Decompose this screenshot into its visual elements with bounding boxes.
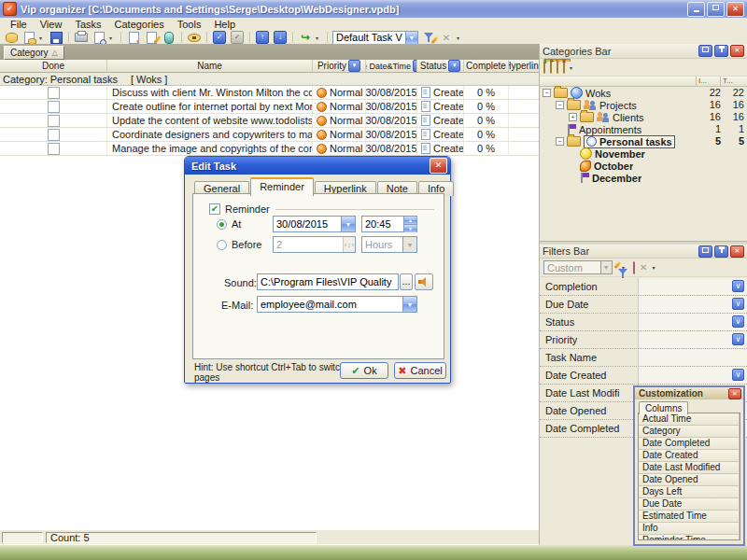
filter-value[interactable]: ∨ bbox=[639, 331, 747, 348]
menu-tasks[interactable]: Tasks bbox=[68, 18, 107, 31]
drag-task-icon[interactable] bbox=[162, 32, 176, 44]
column-chooser-item[interactable]: Reminder Time bbox=[639, 535, 740, 540]
task-view-combobox[interactable]: ▼ bbox=[332, 31, 418, 45]
filters-maximize-icon[interactable] bbox=[698, 245, 712, 258]
reminder-date-dropdown-icon[interactable]: ▼ bbox=[341, 217, 355, 231]
task-row[interactable]: Create outline for internet portal by ne… bbox=[0, 100, 539, 114]
done-checkbox[interactable] bbox=[48, 115, 60, 127]
task-row[interactable]: Manage the image and copyrights of the c… bbox=[0, 142, 539, 156]
tree-item-projects[interactable]: − Projects 16 16 bbox=[540, 99, 747, 111]
new-task-icon[interactable] bbox=[126, 32, 141, 44]
categories-pin-icon[interactable] bbox=[714, 45, 728, 57]
expand-icon[interactable]: + bbox=[569, 113, 577, 121]
database-icon[interactable] bbox=[4, 32, 19, 44]
menu-file[interactable]: File bbox=[4, 18, 34, 31]
categories-close-icon[interactable]: ✕ bbox=[730, 45, 744, 57]
sound-play-button[interactable] bbox=[415, 273, 433, 290]
export-dropdown-icon[interactable]: ▾ bbox=[316, 35, 322, 41]
tree-item-personal-tasks[interactable]: − Personal tasks 5 5 bbox=[540, 135, 747, 147]
column-chooser-item[interactable]: Due Date bbox=[639, 498, 740, 511]
categories-maximize-icon[interactable] bbox=[698, 45, 712, 57]
filter-value[interactable]: ∨ bbox=[639, 367, 747, 384]
tree-col-items[interactable]: I... bbox=[696, 77, 721, 86]
column-chooser-item[interactable]: Date Opened bbox=[639, 474, 740, 486]
status-filter-dropdown-icon[interactable]: ▾ bbox=[448, 60, 460, 72]
mark-complete-icon[interactable]: ✓ bbox=[212, 32, 227, 44]
print-dropdown-icon[interactable]: ▾ bbox=[109, 35, 116, 41]
restore-button[interactable] bbox=[707, 2, 725, 17]
toolbar-overflow-icon[interactable]: ▾ bbox=[457, 35, 463, 41]
filter-chevron-icon[interactable]: ∨ bbox=[732, 280, 744, 292]
tree-item-november[interactable]: November bbox=[540, 147, 747, 160]
column-chooser-item[interactable]: Date Completed bbox=[639, 438, 740, 450]
done-checkbox[interactable] bbox=[48, 143, 60, 155]
time-spinner-icons[interactable]: ▲▼ bbox=[403, 217, 416, 231]
column-chooser-item[interactable]: Estimated Time bbox=[639, 511, 740, 523]
done-checkbox[interactable] bbox=[48, 101, 60, 113]
column-chooser-item[interactable]: Actual Time bbox=[639, 413, 740, 426]
column-chooser-item[interactable]: Info bbox=[639, 523, 740, 535]
filter-chevron-icon[interactable]: ∨ bbox=[732, 333, 744, 345]
clear-filter-icon[interactable] bbox=[633, 262, 635, 273]
move-up-icon[interactable]: ↑ bbox=[255, 32, 270, 44]
reminder-date-combobox[interactable]: ▼ bbox=[273, 216, 356, 232]
filter-value[interactable]: ∨ bbox=[639, 278, 747, 295]
tab-reminder[interactable]: Reminder bbox=[250, 177, 314, 196]
filter-preset-combobox[interactable]: ▼ bbox=[543, 260, 613, 274]
print-icon[interactable] bbox=[74, 32, 89, 44]
filter-chevron-icon[interactable]: ∨ bbox=[732, 298, 744, 310]
menu-help[interactable]: Help bbox=[207, 18, 242, 31]
menu-tools[interactable]: Tools bbox=[171, 18, 208, 31]
at-radio[interactable] bbox=[217, 219, 227, 230]
task-row[interactable]: Update the content of website www.todoli… bbox=[0, 114, 539, 128]
print-preview-icon[interactable] bbox=[92, 32, 106, 44]
menu-categories[interactable]: Categories bbox=[108, 18, 171, 31]
close-button[interactable]: ✕ bbox=[726, 2, 744, 17]
tree-item-december[interactable]: December bbox=[540, 172, 747, 184]
column-header-done[interactable]: Done bbox=[0, 60, 107, 72]
filters-close-icon[interactable]: ✕ bbox=[730, 245, 744, 258]
collapse-icon[interactable]: − bbox=[543, 89, 551, 97]
reminder-date-input[interactable] bbox=[274, 217, 341, 231]
view-task-icon[interactable] bbox=[187, 32, 202, 44]
filters-overflow-icon[interactable]: ▾ bbox=[652, 264, 658, 271]
task-view-input[interactable] bbox=[333, 32, 405, 43]
categories-overflow-icon[interactable]: ▾ bbox=[570, 64, 576, 71]
email-dropdown-icon[interactable]: ▼ bbox=[402, 297, 416, 312]
new-subcategory-icon[interactable]: + bbox=[550, 62, 552, 73]
tab-columns[interactable]: Columns bbox=[639, 401, 688, 414]
cancel-button[interactable]: ✖ Cancel bbox=[394, 362, 446, 379]
filter-chevron-icon[interactable]: ∨ bbox=[732, 315, 744, 328]
delete-filter-icon[interactable]: ✕ bbox=[640, 262, 647, 273]
collapse-icon[interactable]: − bbox=[556, 101, 564, 109]
reminder-checkbox[interactable]: ✔ bbox=[209, 203, 220, 215]
collapse-icon[interactable]: − bbox=[556, 137, 564, 146]
sound-field[interactable] bbox=[257, 273, 399, 290]
filter-view-icon[interactable] bbox=[421, 32, 436, 44]
before-radio[interactable] bbox=[217, 240, 227, 250]
column-header-complete[interactable]: Complete bbox=[464, 60, 509, 72]
tree-col-total[interactable]: T... bbox=[720, 77, 747, 86]
column-chooser-item[interactable]: Category bbox=[639, 426, 740, 438]
edit-category-icon[interactable]: ✎ bbox=[557, 62, 558, 73]
reminder-time-input[interactable] bbox=[362, 217, 403, 231]
move-down-icon[interactable]: ↓ bbox=[273, 32, 288, 44]
delete-category-icon[interactable]: ✕ bbox=[563, 62, 565, 73]
new-dropdown-icon[interactable]: ▾ bbox=[39, 35, 46, 41]
edit-task-icon[interactable] bbox=[144, 32, 159, 44]
column-chooser-item[interactable]: Date Last Modified bbox=[639, 462, 740, 474]
tree-item-october[interactable]: October bbox=[540, 160, 747, 172]
done-checkbox[interactable] bbox=[48, 87, 60, 99]
new-category-icon[interactable]: ↴ bbox=[543, 62, 545, 73]
clear-view-icon[interactable]: ✕ bbox=[439, 32, 454, 44]
mark-incomplete-icon[interactable]: ✓ bbox=[230, 32, 245, 44]
filters-pin-icon[interactable] bbox=[714, 245, 728, 258]
customization-close-icon[interactable]: ✕ bbox=[728, 388, 741, 399]
priority-filter-dropdown-icon[interactable]: ▾ bbox=[348, 60, 360, 72]
task-view-dropdown-icon[interactable]: ▼ bbox=[405, 32, 417, 44]
tree-item-clients[interactable]: + Clients 16 16 bbox=[540, 111, 747, 123]
email-input[interactable] bbox=[258, 297, 402, 312]
sound-browse-button[interactable]: ... bbox=[400, 273, 413, 290]
filter-value[interactable]: ∨ bbox=[639, 296, 747, 313]
filter-chevron-icon[interactable]: ∨ bbox=[732, 369, 744, 381]
